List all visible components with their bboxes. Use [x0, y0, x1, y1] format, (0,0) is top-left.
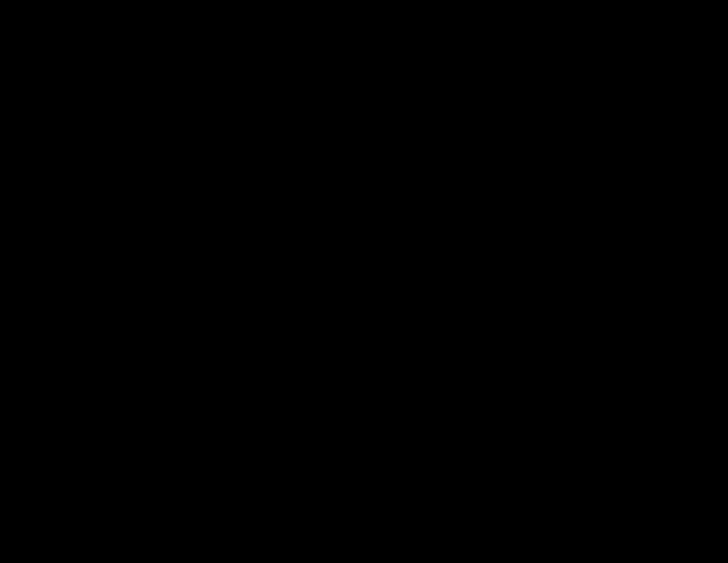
spectrogram-canvas	[0, 0, 728, 563]
urap-wave-data-plot	[0, 0, 728, 563]
